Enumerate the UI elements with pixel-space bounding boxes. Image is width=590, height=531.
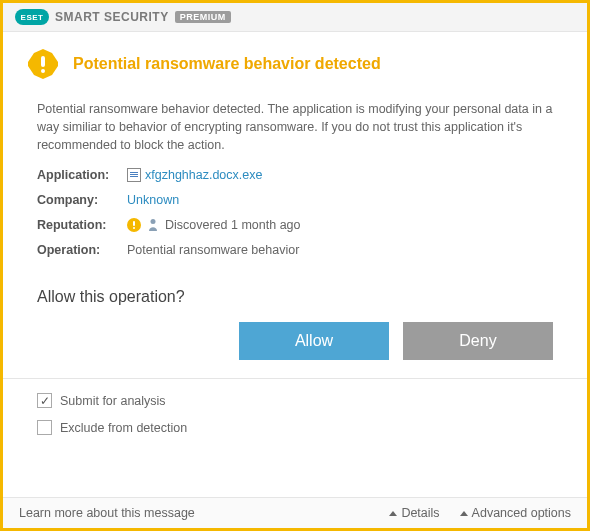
company-value: Unknown [127, 193, 179, 207]
svg-rect-2 [41, 56, 45, 67]
options-section: Submit for analysis Exclude from detecti… [3, 379, 587, 461]
eset-logo: ESET [15, 9, 49, 25]
svg-rect-6 [133, 227, 135, 229]
submit-checkbox[interactable] [37, 393, 52, 408]
exclude-checkbox[interactable] [37, 420, 52, 435]
details-label: Details [401, 506, 439, 520]
submit-for-analysis-row: Submit for analysis [37, 393, 553, 408]
submit-label: Submit for analysis [60, 394, 166, 408]
details-toggle[interactable]: Details [389, 506, 439, 520]
allow-button[interactable]: Allow [239, 322, 389, 360]
exclude-from-detection-row: Exclude from detection [37, 420, 553, 435]
button-row: Allow Deny [37, 322, 553, 360]
product-name: SMART SECURITY [55, 10, 169, 24]
application-label: Application: [37, 168, 127, 182]
field-reputation: Reputation: Discovered 1 month ago [37, 218, 553, 232]
reputation-warning-icon [127, 218, 141, 232]
deny-button[interactable]: Deny [403, 322, 553, 360]
prompt-question: Allow this operation? [37, 288, 553, 306]
advanced-options-label: Advanced options [472, 506, 571, 520]
alert-heading: Potential ransomware behavior detected [3, 32, 587, 92]
footer: Learn more about this message Details Ad… [3, 497, 587, 528]
file-icon [127, 168, 141, 182]
field-operation: Operation: Potential ransomware behavior [37, 243, 553, 257]
field-company: Company: Unknown [37, 193, 553, 207]
field-application: Application: xfgzhghhaz.docx.exe [37, 168, 553, 182]
users-icon [147, 218, 159, 232]
svg-rect-3 [41, 69, 45, 73]
svg-rect-5 [133, 221, 135, 226]
operation-value: Potential ransomware behavior [127, 243, 299, 257]
company-label: Company: [37, 193, 127, 207]
warning-icon [27, 48, 59, 80]
chevron-up-icon [389, 511, 397, 516]
application-value: xfgzhghhaz.docx.exe [145, 168, 262, 182]
reputation-label: Reputation: [37, 218, 127, 232]
alert-body: Potential ransomware behavior detected. … [3, 92, 587, 274]
svg-point-7 [151, 219, 156, 224]
title-bar: ESET SMART SECURITY PREMIUM [3, 3, 587, 32]
application-link[interactable]: xfgzhghhaz.docx.exe [127, 168, 262, 182]
alert-title: Potential ransomware behavior detected [73, 55, 381, 73]
exclude-label: Exclude from detection [60, 421, 187, 435]
edition-badge: PREMIUM [175, 11, 231, 23]
learn-more-link[interactable]: Learn more about this message [19, 506, 195, 520]
operation-label: Operation: [37, 243, 127, 257]
reputation-value: Discovered 1 month ago [165, 218, 301, 232]
eset-logo-text: ESET [21, 13, 44, 22]
advanced-options-toggle[interactable]: Advanced options [460, 506, 571, 520]
chevron-up-icon [460, 511, 468, 516]
prompt-section: Allow this operation? Allow Deny [3, 274, 587, 378]
alert-description: Potential ransomware behavior detected. … [37, 100, 553, 154]
